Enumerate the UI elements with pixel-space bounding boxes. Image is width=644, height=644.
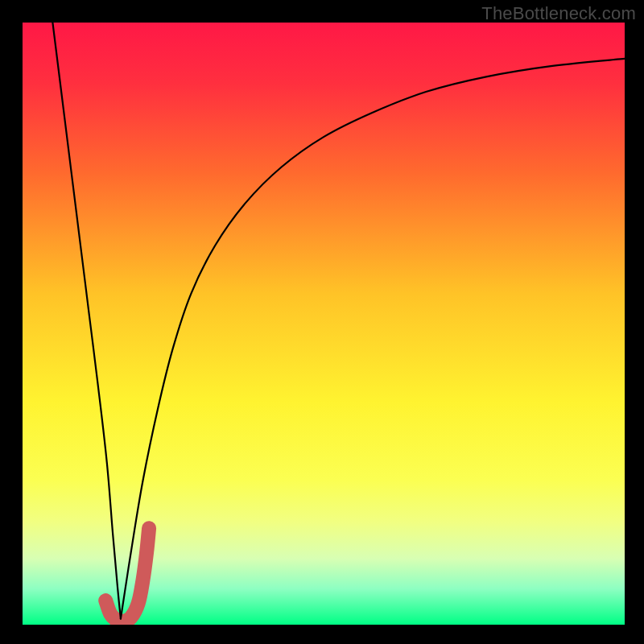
chart-frame: TheBottleneck.com xyxy=(0,0,644,644)
watermark-label: TheBottleneck.com xyxy=(481,3,636,24)
plot-area xyxy=(23,23,625,625)
chart-canvas xyxy=(23,23,625,625)
